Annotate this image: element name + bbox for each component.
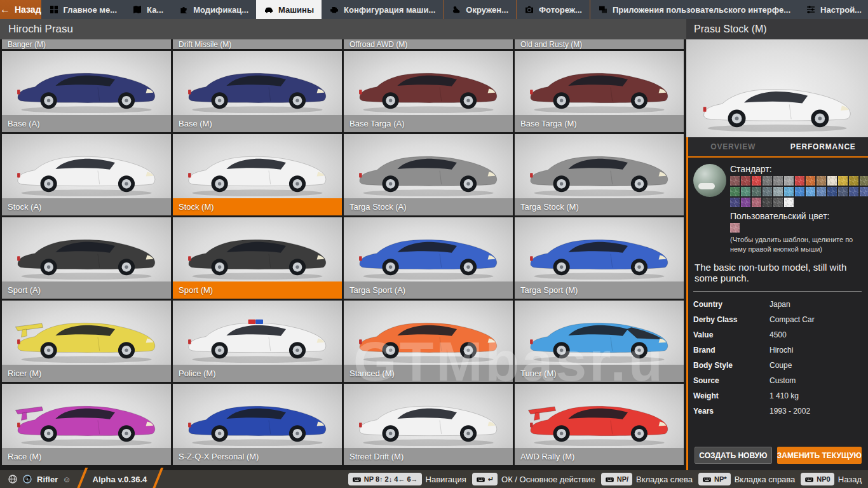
config-card[interactable]: Targa Stock (M) [515, 134, 684, 215]
color-swatch[interactable] [752, 198, 761, 207]
config-card[interactable]: Base (M) [173, 51, 342, 132]
config-card-label: Targa Stock (A) [344, 198, 513, 215]
color-swatch[interactable] [773, 198, 783, 207]
config-card[interactable]: Base Targa (M) [515, 51, 684, 132]
color-swatch[interactable] [784, 176, 794, 186]
color-swatch[interactable] [741, 187, 750, 196]
color-swatch[interactable] [817, 187, 826, 196]
wheel-rear [41, 259, 57, 275]
config-card[interactable]: Police (M) [173, 301, 342, 382]
wheel-front [631, 175, 648, 192]
top-tab-apps[interactable]: Приложения пользовательского интерфе... [590, 0, 798, 19]
player-name: Rifler [37, 475, 58, 484]
top-tab-label: Фотореж... [539, 5, 582, 15]
config-card[interactable]: Stock (A) [2, 134, 171, 215]
config-card-image [2, 301, 171, 365]
top-tab-sliders[interactable]: Настрой... [798, 0, 868, 19]
config-card-partial[interactable]: Offroad AWD (M) [344, 39, 513, 49]
color-swatch[interactable] [752, 176, 761, 186]
color-swatch[interactable] [730, 198, 740, 207]
config-card-label: Sport (M) [173, 281, 342, 299]
color-swatch[interactable] [860, 187, 868, 196]
car-image [354, 312, 503, 365]
config-card[interactable]: Base (A) [2, 51, 171, 132]
color-swatch[interactable] [827, 187, 837, 196]
wheel-front [289, 425, 306, 442]
color-swatch[interactable] [730, 187, 740, 196]
color-swatch[interactable] [806, 187, 815, 196]
create-new-button[interactable]: СОЗДАТЬ НОВУЮ [695, 447, 772, 464]
color-swatch[interactable] [763, 176, 772, 186]
custom-color-swatch[interactable] [730, 223, 740, 233]
car-image [354, 395, 503, 448]
config-card[interactable]: Sport (M) [173, 217, 342, 299]
standard-color-swatches [730, 176, 868, 207]
color-swatch[interactable] [795, 176, 804, 186]
color-swatch[interactable] [849, 176, 858, 186]
config-card[interactable]: S-Z-Q-X Personal (M) [173, 384, 342, 465]
color-swatch[interactable] [752, 187, 761, 196]
back-button[interactable]: ← Назад [0, 0, 41, 19]
color-swatch[interactable] [784, 187, 794, 196]
spec-row: Years1993 - 2002 [693, 403, 862, 419]
top-tab-weather[interactable]: Окружен... [443, 0, 516, 19]
config-card[interactable]: Base Targa (A) [344, 51, 513, 132]
panel-title: Prasu Stock (M) [694, 24, 767, 35]
tab-overview[interactable]: OVERVIEW [688, 137, 778, 156]
color-swatch[interactable] [773, 187, 783, 196]
config-card[interactable]: AWD Rally (M) [515, 384, 684, 465]
wheel-front [118, 425, 135, 442]
top-tab-engine[interactable]: Конфигурация маши... [322, 0, 443, 19]
color-swatch[interactable] [730, 176, 740, 186]
spec-label: Source [693, 376, 770, 385]
config-card-partial[interactable]: Banger (M) [2, 39, 171, 49]
color-swatch[interactable] [741, 198, 750, 207]
color-swatch[interactable] [838, 187, 848, 196]
config-card-image [2, 51, 171, 115]
color-swatch[interactable] [763, 187, 772, 196]
bottombar-left: Rifler ☺ Alpha v.0.36.4 [8, 468, 164, 488]
wheel-rear [212, 342, 228, 358]
wheel-front [289, 175, 306, 192]
orange-slash-divider [152, 468, 164, 488]
config-card-partial[interactable]: Old and Rusty (M) [515, 39, 684, 49]
replace-current-button[interactable]: ЗАМЕНИТЬ ТЕКУЩУЮ [777, 447, 862, 464]
color-swatch[interactable] [827, 176, 837, 186]
config-card[interactable]: Targa Sport (M) [515, 217, 684, 299]
car-image [525, 312, 674, 365]
color-swatch[interactable] [784, 198, 794, 207]
config-card[interactable]: Street Drift (M) [344, 384, 513, 465]
config-card[interactable]: Targa Stock (A) [344, 134, 513, 215]
key-badge: ↵ [472, 473, 498, 485]
config-card-image [344, 134, 513, 198]
color-swatch[interactable] [795, 187, 804, 196]
top-tab-menu[interactable]: Главное ме... [41, 0, 125, 19]
config-card[interactable]: Ricer (M) [2, 301, 171, 382]
top-tab-map[interactable]: Ка... [125, 0, 171, 19]
color-swatch[interactable] [773, 176, 783, 186]
config-card[interactable]: Race (M) [2, 384, 171, 465]
key-badge: NP0 [801, 473, 834, 485]
card-row: Ricer (M) Police (M) Stanced (M) [2, 301, 684, 382]
wheel-rear [383, 342, 399, 358]
key-hints: NP 8↑ 2↓ 4← 6→Навигация↵ОК / Основное де… [348, 473, 862, 485]
config-card[interactable]: Sport (A) [2, 217, 171, 299]
top-tab-camera[interactable]: Фотореж... [516, 0, 590, 19]
color-swatch[interactable] [763, 198, 772, 207]
color-swatch[interactable] [741, 176, 750, 186]
top-tab-puzzle[interactable]: Модификац... [171, 0, 256, 19]
color-swatch[interactable] [806, 176, 815, 186]
config-card-partial[interactable]: Drift Missile (M) [173, 39, 342, 49]
top-menu-bar: ← Назад Главное ме...Ка...Модификац...Ма… [0, 0, 868, 19]
color-swatch[interactable] [860, 176, 868, 186]
top-tabs: Главное ме...Ка...Модификац...МашиныКонф… [41, 0, 868, 19]
color-swatch[interactable] [849, 187, 858, 196]
config-card[interactable]: Targa Sport (A) [344, 217, 513, 299]
config-card[interactable]: Stanced (M) [344, 301, 513, 382]
top-tab-car[interactable]: Машины [256, 0, 322, 19]
color-swatch[interactable] [817, 176, 826, 186]
tab-performance[interactable]: PERFORMANCE [778, 137, 868, 156]
config-card[interactable]: Tuner (M) [515, 301, 684, 382]
config-card[interactable]: Stock (M) [173, 134, 342, 215]
color-swatch[interactable] [838, 176, 848, 186]
